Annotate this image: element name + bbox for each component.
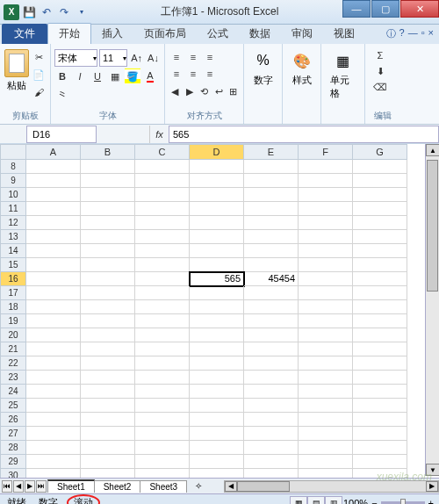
cell-E10[interactable] (244, 188, 299, 202)
cell-B30[interactable] (81, 469, 135, 478)
bold-button[interactable]: B (54, 68, 70, 84)
col-header-D[interactable]: D (190, 144, 244, 160)
align-top-icon[interactable]: ≡ (169, 49, 184, 65)
tab-review[interactable]: 审阅 (281, 24, 323, 44)
cell-D25[interactable] (190, 399, 244, 413)
tab-view[interactable]: 视图 (323, 24, 365, 44)
cell-B23[interactable] (81, 371, 135, 385)
sheet-nav-next-icon[interactable]: ▶ (25, 480, 35, 493)
cell-G20[interactable] (353, 328, 407, 342)
zoom-slider[interactable] (381, 501, 425, 505)
cell-A16[interactable] (26, 272, 81, 286)
cell-C9[interactable] (135, 174, 190, 188)
cell-C20[interactable] (135, 328, 190, 342)
row-header-13[interactable]: 13 (0, 230, 26, 244)
cell-G26[interactable] (353, 413, 407, 427)
cell-C26[interactable] (135, 413, 190, 427)
cell-G14[interactable] (353, 244, 407, 258)
row-header-30[interactable]: 30 (0, 469, 26, 478)
zoom-thumb[interactable] (400, 499, 406, 505)
number-format-button[interactable]: % 数字 (248, 46, 278, 87)
normal-view-button[interactable]: ▦ (290, 496, 307, 505)
cell-F14[interactable] (299, 244, 353, 258)
cell-A14[interactable] (26, 244, 81, 258)
cell-C27[interactable] (135, 427, 190, 441)
cell-A20[interactable] (26, 328, 81, 342)
cell-B27[interactable] (81, 427, 135, 441)
align-middle-icon[interactable]: ≡ (185, 49, 201, 65)
fill-color-button[interactable]: 🪣 (125, 68, 140, 84)
cell-B9[interactable] (81, 174, 135, 188)
phonetic-button[interactable]: ⺀ (54, 86, 70, 102)
zoom-level[interactable]: 100% (343, 498, 368, 505)
tab-home[interactable]: 开始 (47, 23, 91, 44)
autosum-icon[interactable]: Σ (372, 47, 388, 63)
cell-D8[interactable] (190, 160, 244, 174)
cell-A27[interactable] (26, 427, 81, 441)
font-size-select[interactable]: 11 ▾ (99, 49, 127, 67)
copy-icon[interactable]: 📄 (31, 67, 47, 83)
mdi-restore-icon[interactable]: ▫ (421, 27, 425, 40)
cell-B25[interactable] (81, 399, 135, 413)
vscroll-thumb[interactable] (427, 160, 438, 292)
cell-B26[interactable] (81, 413, 135, 427)
cell-A28[interactable] (26, 441, 81, 455)
col-header-F[interactable]: F (299, 144, 353, 160)
cell-D28[interactable] (190, 441, 244, 455)
cell-G19[interactable] (353, 314, 407, 328)
new-sheet-button[interactable]: ✧ (191, 480, 206, 493)
cell-F30[interactable] (299, 469, 353, 478)
cell-E17[interactable] (244, 286, 299, 300)
cell-E13[interactable] (244, 230, 299, 244)
cell-E16[interactable]: 45454 (244, 272, 299, 286)
italic-button[interactable]: I (72, 68, 88, 84)
cell-A24[interactable] (26, 385, 81, 399)
close-button[interactable]: ✕ (400, 0, 439, 18)
cell-D22[interactable] (190, 356, 244, 371)
cell-C24[interactable] (135, 385, 190, 399)
cell-G15[interactable] (353, 258, 407, 272)
cell-C13[interactable] (135, 230, 190, 244)
cell-E11[interactable] (244, 202, 299, 216)
cell-G28[interactable] (353, 441, 407, 455)
cell-G16[interactable] (353, 272, 407, 286)
cell-F21[interactable] (299, 342, 353, 356)
row-header-11[interactable]: 11 (0, 202, 26, 216)
cell-A17[interactable] (26, 286, 81, 300)
minimize-button[interactable]: — (342, 0, 371, 18)
cell-D12[interactable] (190, 216, 244, 230)
cell-A19[interactable] (26, 314, 81, 328)
cell-B24[interactable] (81, 385, 135, 399)
cell-E25[interactable] (244, 399, 299, 413)
row-header-28[interactable]: 28 (0, 441, 26, 455)
maximize-button[interactable]: ▢ (371, 0, 399, 18)
row-header-18[interactable]: 18 (0, 300, 26, 314)
cell-A11[interactable] (26, 202, 81, 216)
align-left-icon[interactable]: ≡ (169, 66, 184, 82)
sheet-tab-3[interactable]: Sheet3 (140, 480, 187, 493)
grow-font-icon[interactable]: A↑ (129, 50, 144, 66)
col-header-E[interactable]: E (244, 144, 299, 160)
align-bottom-icon[interactable]: ≡ (202, 49, 218, 65)
align-center-icon[interactable]: ≡ (185, 66, 201, 82)
cell-F25[interactable] (299, 399, 353, 413)
cell-G21[interactable] (353, 342, 407, 356)
select-all-corner[interactable] (0, 144, 26, 160)
align-right-icon[interactable]: ≡ (202, 66, 218, 82)
font-name-select[interactable]: 宋体 ▾ (54, 49, 97, 67)
cell-C22[interactable] (135, 356, 190, 371)
wrap-text-icon[interactable]: ↩ (212, 83, 226, 99)
cell-F20[interactable] (299, 328, 353, 342)
cell-F27[interactable] (299, 427, 353, 441)
cell-A10[interactable] (26, 188, 81, 202)
cell-G13[interactable] (353, 230, 407, 244)
cell-B21[interactable] (81, 342, 135, 356)
formula-input[interactable]: 565 (169, 126, 439, 143)
cell-E18[interactable] (244, 300, 299, 314)
zoom-in-button[interactable]: + (428, 498, 434, 505)
cell-G10[interactable] (353, 188, 407, 202)
cell-C30[interactable] (135, 469, 190, 478)
cell-C8[interactable] (135, 160, 190, 174)
cell-C12[interactable] (135, 216, 190, 230)
merge-icon[interactable]: ⊞ (227, 83, 240, 99)
